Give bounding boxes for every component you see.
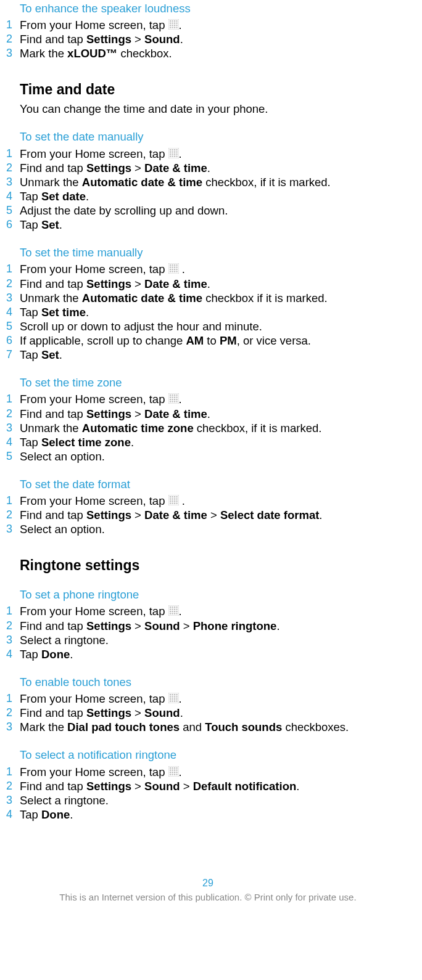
step-number: 3 (6, 421, 20, 435)
step-number: 1 (6, 147, 20, 161)
svg-rect-9 (170, 25, 171, 26)
svg-rect-70 (172, 496, 173, 497)
step: 7Tap Set. (6, 348, 410, 362)
step: 2Find and tap Settings > Sound. (6, 32, 410, 46)
apps-grid-icon (168, 693, 179, 703)
step-text: Tap Set. (20, 348, 410, 362)
svg-rect-47 (170, 271, 171, 272)
svg-rect-52 (170, 394, 171, 396)
step-number: 4 (6, 189, 20, 203)
svg-rect-83 (174, 503, 175, 504)
svg-rect-2 (172, 20, 173, 22)
svg-rect-69 (170, 496, 171, 497)
step-text: Unmark the Automatic date & time checkbo… (20, 175, 410, 189)
svg-rect-86 (170, 606, 171, 608)
step-text: Find and tap Settings > Sound. (20, 32, 410, 46)
svg-rect-116 (172, 701, 173, 702)
svg-rect-74 (172, 499, 173, 500)
svg-rect-61 (172, 399, 173, 400)
step-number: 3 (6, 291, 20, 305)
svg-rect-101 (176, 613, 177, 615)
procedure-heading: To set the time manually (20, 245, 410, 259)
step-text: Mark the xLOUD™ checkbox. (20, 46, 410, 60)
svg-rect-20 (174, 149, 175, 150)
svg-rect-78 (172, 500, 173, 502)
svg-rect-128 (170, 772, 171, 773)
section-title: Ringtone settings (20, 557, 410, 574)
step-number: 6 (6, 218, 20, 232)
svg-rect-88 (174, 606, 175, 608)
svg-rect-14 (172, 27, 173, 28)
svg-rect-131 (176, 772, 177, 773)
step-list: 1From your Home screen, tap .2Find and t… (6, 18, 410, 60)
step: 4Tap Done. (6, 807, 410, 822)
svg-rect-99 (172, 613, 173, 615)
step-text: If applicable, scroll up to change AM to… (20, 333, 410, 348)
step-number: 4 (6, 647, 20, 661)
svg-rect-96 (174, 611, 175, 612)
procedure-heading: To enhance the speaker loudness (20, 1, 410, 15)
step-text: Mark the Dial pad touch tones and Touch … (20, 720, 410, 734)
step-number: 4 (6, 807, 20, 822)
procedure-heading: To enable touch tones (20, 675, 410, 689)
step: 1From your Home screen, tap . (6, 692, 410, 706)
step: 2Find and tap Settings > Date & time. (6, 161, 410, 175)
step: 5Scroll up or down to adjust the hour an… (6, 319, 410, 333)
svg-rect-31 (172, 155, 173, 157)
step-text: Select a ringtone. (20, 633, 410, 647)
apps-grid-icon (168, 148, 179, 158)
step-number: 3 (6, 175, 20, 189)
svg-rect-21 (176, 149, 177, 150)
svg-rect-103 (170, 694, 171, 695)
svg-rect-7 (174, 23, 175, 24)
svg-rect-62 (174, 399, 175, 400)
step-text: From your Home screen, tap . (20, 604, 410, 618)
svg-rect-53 (172, 394, 173, 396)
step-text: Tap Done. (20, 807, 410, 822)
svg-rect-55 (176, 394, 177, 396)
step: 3Select a ringtone. (6, 633, 410, 647)
svg-rect-79 (174, 500, 175, 502)
step-list: 1From your Home screen, tap .2Find and t… (6, 494, 410, 536)
step-text: Select an option. (20, 449, 410, 463)
svg-rect-3 (174, 20, 175, 22)
svg-rect-49 (174, 271, 175, 272)
svg-rect-125 (172, 769, 173, 770)
step-text: From your Home screen, tap . (20, 147, 410, 161)
svg-rect-113 (174, 698, 175, 700)
svg-rect-134 (174, 774, 175, 775)
step-number: 3 (6, 633, 20, 647)
svg-rect-13 (170, 27, 171, 28)
apps-grid-icon (168, 495, 179, 505)
svg-rect-8 (176, 23, 177, 24)
step-text: Tap Set. (20, 218, 410, 232)
step-number: 1 (6, 692, 20, 706)
step-list: 1From your Home screen, tap .2Find and t… (6, 604, 410, 661)
step: 1From your Home screen, tap . (6, 392, 410, 406)
step-number: 2 (6, 407, 20, 421)
svg-rect-98 (170, 613, 171, 615)
svg-rect-12 (176, 25, 177, 26)
svg-rect-71 (174, 496, 175, 497)
step: 2Find and tap Settings > Sound > Phone r… (6, 619, 410, 633)
step-text: Tap Done. (20, 647, 410, 661)
step: 4Tap Set date. (6, 189, 410, 203)
svg-rect-32 (174, 155, 175, 157)
footer-text: This is an Internet version of this publ… (6, 892, 410, 904)
svg-rect-29 (176, 153, 177, 155)
svg-rect-117 (174, 701, 175, 702)
step: 6Tap Set. (6, 218, 410, 232)
svg-rect-30 (170, 155, 171, 157)
step-number: 5 (6, 449, 20, 463)
svg-rect-46 (176, 269, 177, 270)
step-number: 1 (6, 262, 20, 276)
svg-rect-22 (170, 151, 171, 152)
step: 2Find and tap Settings > Date & time. (6, 277, 410, 291)
svg-rect-93 (176, 609, 177, 610)
step: 3Unmark the Automatic date & time checkb… (6, 291, 410, 305)
step-number: 2 (6, 32, 20, 46)
svg-rect-42 (176, 267, 177, 268)
step-number: 5 (6, 203, 20, 218)
step-list: 1From your Home screen, tap .2Find and t… (6, 392, 410, 463)
svg-rect-54 (174, 394, 175, 396)
